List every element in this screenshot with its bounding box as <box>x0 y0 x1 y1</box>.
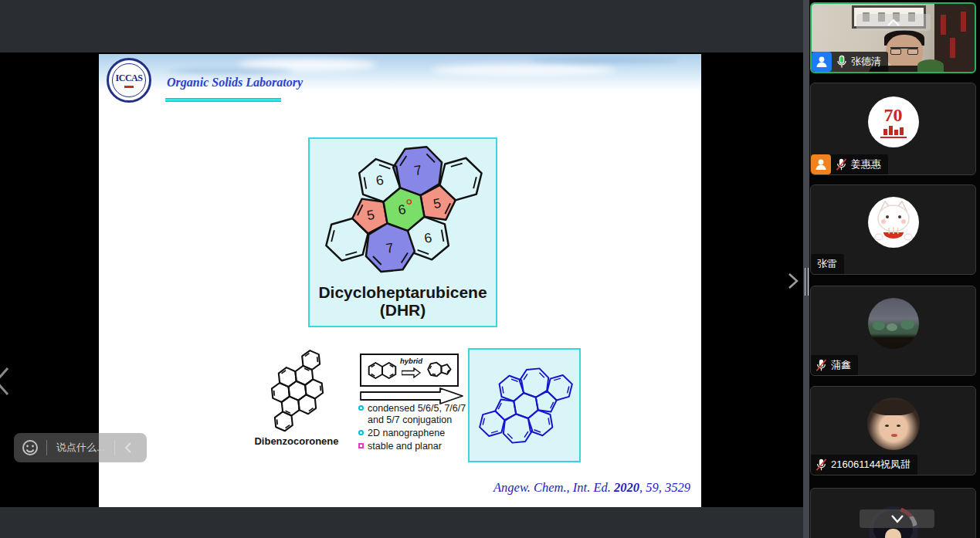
chat-input-placeholder[interactable]: 说点什么... <box>56 441 105 455</box>
bottom-toolbar <box>0 507 803 538</box>
participant-tile[interactable]: 张雷 <box>810 184 976 275</box>
citation: Angew. Chem., Int. Ed. 2020, 59, 3529 <box>392 480 690 496</box>
participants-panel: 张德清 70 姜惠惠 <box>809 0 980 538</box>
chevron-left-icon[interactable] <box>124 442 133 454</box>
dhr-blue-structure <box>473 354 579 458</box>
mic-muted-icon <box>816 358 827 373</box>
participant-name-badge: 张雷 <box>811 254 844 274</box>
feature-bullet-list: condensed 5/6/5, 7/6/7 and 5/7 conjugati… <box>358 403 471 454</box>
azulene-structure <box>423 358 457 383</box>
smiley-emoji-icon[interactable] <box>22 439 39 456</box>
previous-chevron-icon[interactable] <box>0 364 15 398</box>
avatar-landscape-photo <box>868 298 919 349</box>
dhr-title-line1: Dicycloheptarubicene <box>310 283 496 302</box>
collapse-panel-chevron-icon[interactable] <box>787 272 799 290</box>
dhr-blue-structure-box <box>468 348 581 462</box>
bullet-text: 2D nanographene <box>368 428 445 439</box>
flow-arrow-icon <box>360 387 465 404</box>
participant-tile[interactable]: 蒲鑫 <box>810 286 976 376</box>
chevron-up-icon <box>886 17 901 28</box>
cloud-decoration <box>431 65 616 76</box>
iccas-logo-mark <box>124 86 134 88</box>
scroll-down-button[interactable] <box>860 509 934 528</box>
panel-resize-handle[interactable] <box>805 268 809 296</box>
chat-quick-bar[interactable]: 说点什么... <box>14 433 147 462</box>
shared-screen-slide: ICCAS Organic Solids Laboratory 7567566 … <box>99 54 701 507</box>
hybrid-arrow-icon <box>402 367 422 378</box>
meeting-window: ICCAS Organic Solids Laboratory 7567566 … <box>0 0 980 538</box>
avatar-70-logo: 70 <box>868 96 919 147</box>
citation-journal: Angew. Chem., Int. Ed. <box>493 480 614 495</box>
participant-tile-video[interactable]: 张德清 <box>810 2 976 73</box>
scroll-up-button[interactable] <box>856 14 931 31</box>
role-person-icon <box>811 154 831 174</box>
dhr-figure-box: 7567566 Dicycloheptarubicene (DHR) <box>308 137 497 327</box>
citation-year: 2020 <box>614 480 639 495</box>
avatar-cat-cartoon <box>868 197 919 248</box>
participant-tile[interactable]: 216061144祝凤甜 <box>810 386 976 475</box>
mic-muted-icon <box>816 458 827 472</box>
bullet-text: stable and planar <box>368 441 442 452</box>
dhr-title: Dicycloheptarubicene (DHR) <box>310 283 496 320</box>
circle-bullet-icon <box>358 430 364 435</box>
lab-title-underline <box>165 98 281 102</box>
dibenzocoronene-structure <box>241 346 354 437</box>
dibenzocoronene-label: Dibenzocoronene <box>235 435 358 447</box>
divider <box>46 440 47 455</box>
participant-name: 张德清 <box>851 55 881 69</box>
participant-name: 张雷 <box>817 257 837 271</box>
bullet-item: 2D nanographene <box>358 428 471 439</box>
person-glasses <box>890 47 918 54</box>
bullet-text: condensed 5/6/5, 7/6/7 and 5/7 conjugati… <box>368 403 471 426</box>
participant-name: 姜惠惠 <box>851 157 881 171</box>
bullet-item: stable and planar <box>358 441 471 452</box>
dhr-molecule-diagram: 7567566 <box>314 140 493 279</box>
hybrid-label: hybrid <box>400 357 422 365</box>
iccas-logo: ICCAS <box>107 58 151 103</box>
top-toolbar <box>0 0 803 52</box>
lab-title: Organic Solids Laboratory <box>167 76 303 90</box>
participant-name: 蒲鑫 <box>831 358 851 372</box>
participant-name-badge: 蒲鑫 <box>811 355 858 375</box>
participant-name-badge: 姜惠惠 <box>811 154 888 174</box>
participant-name: 216061144祝凤甜 <box>831 458 910 472</box>
participant-name-badge: 张德清 <box>812 52 888 72</box>
avatar-portrait-photo <box>867 398 920 450</box>
mic-on-icon <box>836 55 847 69</box>
citation-pages: , 59, 3529 <box>639 480 690 495</box>
cloud-decoration <box>168 68 292 74</box>
mic-muted-icon <box>836 157 847 172</box>
chevron-down-icon <box>889 513 906 524</box>
naphthalene-structure <box>366 361 400 381</box>
role-person-icon <box>812 52 832 72</box>
dhr-title-line2: (DHR) <box>310 301 496 320</box>
plant <box>917 59 944 72</box>
square-bullet-icon <box>358 443 364 448</box>
bullet-item: condensed 5/6/5, 7/6/7 and 5/7 conjugati… <box>358 403 471 426</box>
circle-bullet-icon <box>358 405 364 411</box>
iccas-logo-text: ICCAS <box>116 73 143 84</box>
divider <box>114 440 115 455</box>
participant-name-badge: 216061144祝凤甜 <box>811 455 917 475</box>
hybrid-concept-box: hybrid <box>360 354 459 387</box>
participant-tile[interactable]: 70 姜惠惠 <box>810 83 976 175</box>
cloud-decoration <box>531 57 678 63</box>
svg-text:6: 6 <box>375 172 385 188</box>
svg-text:6: 6 <box>423 230 433 246</box>
